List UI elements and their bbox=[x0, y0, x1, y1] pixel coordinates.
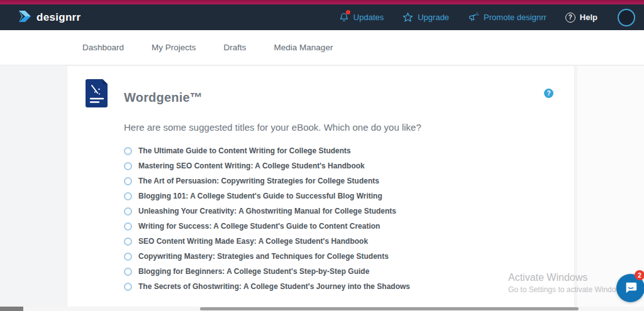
scrollbar-corner bbox=[0, 307, 23, 311]
header-actions: Updates Upgrade Promote designrr bbox=[339, 9, 635, 26]
radio-button[interactable] bbox=[124, 268, 132, 276]
option-label: The Secrets of Ghostwriting: A College S… bbox=[138, 282, 410, 291]
updates-label: Updates bbox=[353, 13, 384, 22]
option-label: Blogging for Beginners: A College Studen… bbox=[138, 267, 369, 276]
title-option-4[interactable]: Blogging 101: A College Student's Guide … bbox=[124, 188, 410, 204]
radio-button[interactable] bbox=[124, 207, 132, 216]
wordgenie-document-icon bbox=[85, 78, 109, 111]
title-option-1[interactable]: The Ultimate Guide to Content Writing fo… bbox=[124, 143, 410, 158]
radio-button[interactable] bbox=[124, 237, 132, 246]
help-circle-icon: ? bbox=[565, 13, 575, 23]
updates-link[interactable]: Updates bbox=[339, 12, 384, 23]
page-title: Wordgenie™ bbox=[124, 90, 203, 105]
title-options-list: The Ultimate Guide to Content Writing fo… bbox=[124, 143, 410, 294]
title-option-8[interactable]: Copywriting Mastery: Strategies and Tech… bbox=[124, 249, 410, 264]
radio-button[interactable] bbox=[124, 283, 132, 291]
option-label: Mastering SEO Content Writing: A College… bbox=[138, 161, 365, 170]
logo-wordmark: designrr bbox=[36, 11, 80, 24]
top-accent-bar bbox=[0, 0, 644, 4]
title-option-10[interactable]: The Secrets of Ghostwriting: A College S… bbox=[124, 279, 410, 294]
title-option-5[interactable]: Unleashing Your Creativity: A Ghostwriti… bbox=[124, 204, 410, 219]
app-header: designrr Updates Upgrade bbox=[0, 4, 644, 30]
help-label: Help bbox=[580, 13, 597, 22]
promote-link[interactable]: Promote designrr bbox=[468, 12, 547, 23]
title-option-6[interactable]: Writing for Success: A College Student's… bbox=[124, 219, 410, 234]
tab-drafts[interactable]: Drafts bbox=[224, 43, 247, 52]
radio-button[interactable] bbox=[124, 253, 132, 261]
radio-button[interactable] bbox=[124, 177, 132, 185]
tab-media-manager[interactable]: Media Manager bbox=[274, 43, 333, 52]
chat-unread-badge: 2 bbox=[635, 270, 644, 280]
megaphone-icon bbox=[468, 12, 479, 23]
title-option-2[interactable]: Mastering SEO Content Writing: A College… bbox=[124, 158, 410, 173]
option-label: The Art of Persuasion: Copywriting Strat… bbox=[138, 177, 379, 185]
title-option-3[interactable]: The Art of Persuasion: Copywriting Strat… bbox=[124, 173, 410, 188]
radio-button[interactable] bbox=[124, 192, 132, 200]
option-label: Unleashing Your Creativity: A Ghostwriti… bbox=[138, 207, 396, 216]
logo-arrow-icon bbox=[18, 10, 31, 25]
option-label: SEO Content Writing Made Easy: A College… bbox=[138, 237, 368, 246]
title-option-7[interactable]: SEO Content Writing Made Easy: A College… bbox=[124, 234, 410, 249]
radio-button[interactable] bbox=[124, 222, 132, 231]
user-avatar[interactable] bbox=[618, 9, 635, 26]
wordgenie-card: Wordgenie™ ? Here are some suggested tit… bbox=[67, 66, 574, 307]
right-background-strip bbox=[577, 66, 644, 307]
option-label: Blogging 101: A College Student's Guide … bbox=[138, 192, 382, 200]
upgrade-label: Upgrade bbox=[418, 13, 449, 22]
main-navigation: Dashboard My Projects Drafts Media Manag… bbox=[0, 30, 644, 65]
chat-bubble-icon bbox=[624, 280, 638, 297]
bell-icon bbox=[339, 12, 349, 23]
help-link[interactable]: ? Help bbox=[565, 13, 597, 23]
designrr-logo[interactable]: designrr bbox=[18, 10, 80, 25]
promote-label: Promote designrr bbox=[484, 13, 547, 22]
horizontal-scrollbar[interactable] bbox=[0, 307, 644, 311]
radio-button[interactable] bbox=[124, 162, 132, 170]
suggestions-prompt: Here are some suggested titles for your … bbox=[124, 122, 421, 133]
title-option-9[interactable]: Blogging for Beginners: A College Studen… bbox=[124, 264, 410, 279]
option-label: The Ultimate Guide to Content Writing fo… bbox=[138, 146, 351, 155]
radio-button[interactable] bbox=[124, 147, 132, 155]
upgrade-link[interactable]: Upgrade bbox=[402, 12, 449, 23]
tab-my-projects[interactable]: My Projects bbox=[152, 43, 196, 52]
scrollbar-thumb[interactable] bbox=[200, 307, 579, 310]
tab-dashboard[interactable]: Dashboard bbox=[82, 43, 124, 52]
card-help-icon[interactable]: ? bbox=[544, 89, 553, 98]
star-icon bbox=[402, 12, 413, 23]
option-label: Writing for Success: A College Student's… bbox=[138, 222, 380, 231]
option-label: Copywriting Mastery: Strategies and Tech… bbox=[138, 252, 389, 261]
notification-dot bbox=[346, 10, 350, 14]
